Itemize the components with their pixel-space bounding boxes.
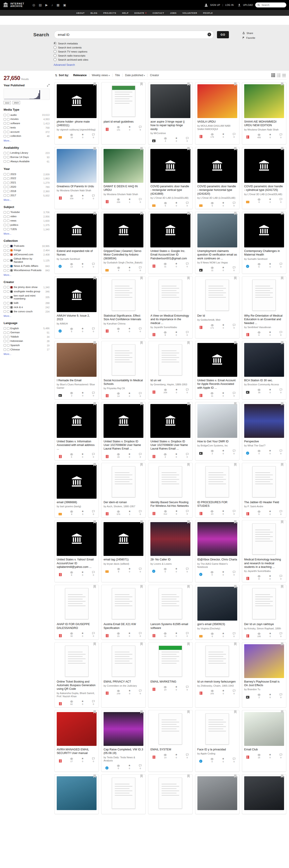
facet-item-southgate-media-group[interactable]: southgate media group346 [4, 289, 49, 293]
facet-item-altcensored-com[interactable]: altCensored.com2,408 [4, 253, 49, 257]
exclude-checkbox[interactable] [7, 135, 9, 137]
login-link[interactable]: LOG IN [225, 4, 233, 6]
exclude-checkbox[interactable] [7, 348, 9, 351]
tile-title[interactable]: AVIRA MANAGED EMAIL SECURITY User manual [57, 748, 97, 755]
result-tile[interactable]: Unemployment claimants question ID verif… [195, 212, 240, 274]
share-button[interactable]: Share [242, 32, 255, 34]
tile-title[interactable]: AHAP ID FOR GIUSEPPE DALESSANDRO [57, 622, 97, 630]
tile-byline[interactable]: by BridgeCom Systems, Inc [197, 444, 237, 447]
tile-title[interactable]: Austria Email DE.X21 KW Specification [104, 622, 143, 630]
tile-title[interactable]: 28- No Caller ID [150, 558, 190, 561]
include-checkbox[interactable] [4, 114, 6, 116]
header-search-box[interactable] [255, 2, 286, 7]
images-icon[interactable]: ▣ [63, 3, 66, 6]
tile-byline[interactable]: by Tesla Daily: Tesla News & Analysis [104, 756, 143, 762]
exclude-checkbox[interactable] [7, 344, 9, 347]
sort-option-relevance[interactable]: Relevance [71, 74, 89, 77]
exclude-checkbox[interactable] [7, 327, 9, 330]
include-checkbox[interactable] [4, 306, 6, 309]
nav-link-donate[interactable]: DONATE♥ [134, 12, 147, 14]
result-tile[interactable]: email tag (2456071)by bryan davis (w8bed… [101, 520, 146, 582]
result-tile[interactable]: Lancom Systems 61595 email software11★00 [148, 585, 192, 640]
tile-byline[interactable]: by Greenberg, Hayim, 1889-1953 [150, 383, 190, 386]
web-icon[interactable]: ◎ [32, 3, 35, 6]
nav-link-blog[interactable]: BLOG [91, 12, 98, 14]
result-tile[interactable]: Greatness Of Parents In Urduby Moulana G… [55, 147, 99, 209]
year-max-input[interactable]: 2023 [12, 101, 20, 104]
tile-title[interactable]: A View on Medical Entomology and its imp… [150, 314, 190, 325]
tile-title[interactable]: ID@Xbox Director, Chris Charla [197, 558, 237, 561]
more-link[interactable]: More... [4, 198, 11, 201]
texts-icon[interactable]: ▤ [39, 3, 42, 6]
facet-item-collection[interactable]: collection48 [4, 134, 49, 138]
result-tile[interactable]: acer aspire 3 hinge repair || how to rep… [148, 82, 192, 145]
tile-byline[interactable]: by Moulana Ghulam Nabi Shah [57, 189, 97, 192]
facet-item-software[interactable]: software1,413 [4, 121, 49, 126]
result-tile[interactable]: AIMUH Volume 9, Issue 2, 2023by AIMUH5★0… [55, 276, 99, 338]
include-checkbox[interactable] [4, 290, 6, 293]
tile-title[interactable]: COVID parametric door handle - rectangul… [197, 185, 237, 195]
facet-item-miscellaneous-podcasts[interactable]: Miscellaneous Podcasts843 [4, 268, 49, 273]
include-checkbox[interactable] [4, 118, 6, 121]
radio-icon[interactable] [53, 54, 57, 57]
include-checkbox[interactable] [4, 344, 6, 347]
result-tile[interactable]: BCA Station ID 30 sec.by Brockton Commun… [242, 341, 286, 400]
facet-item-the-jimmy-dore-show[interactable]: the jimmy dore show1,340 [4, 285, 49, 289]
result-tile[interactable]: Statistical Significance, Effect Size An… [101, 276, 146, 338]
exclude-checkbox[interactable] [7, 211, 9, 214]
include-checkbox[interactable] [4, 259, 6, 261]
more-link[interactable]: More... [4, 274, 11, 276]
tile-title[interactable]: VASILA URDU [197, 120, 237, 123]
more-link[interactable]: More... [4, 353, 11, 355]
exclude-checkbox[interactable] [7, 126, 9, 129]
tile-title[interactable]: email tag (2456071) [104, 558, 143, 561]
facet-item-spanish[interactable]: Spanish19 [4, 343, 49, 347]
radio-icon[interactable] [53, 58, 57, 61]
software-icon[interactable]: ▦ [57, 3, 60, 6]
tile-byline[interactable]: by Moulana Ghulam Nabi Shah [104, 193, 143, 196]
radio-icon[interactable] [53, 50, 57, 53]
include-checkbox[interactable] [4, 253, 6, 256]
result-tile[interactable]: United States v. Information Associated … [55, 402, 99, 460]
result-tile[interactable]: I Remade the Emailby Blue's Clues Remast… [55, 341, 99, 400]
tile-title[interactable]: Online Ticket Booking and Automatic Busp… [57, 680, 97, 691]
tile-byline[interactable]: by bart gravino (bartg) [57, 505, 97, 508]
result-tile[interactable]: Gripper/Claw | Geared | Servo Motor Cont… [101, 212, 146, 274]
include-checkbox[interactable] [4, 122, 6, 125]
tile-title[interactable]: Email Club [244, 748, 284, 751]
facet-item-tjds[interactable]: TJDS1,340 [4, 227, 49, 231]
tile-title[interactable]: Identity Based Secure Routing For Wirele… [150, 500, 190, 508]
result-tile[interactable]: COVID parametric door handle - rectangul… [195, 147, 240, 209]
tile-byline[interactable]: by Committee on the Judiciary [104, 684, 143, 687]
include-checkbox[interactable] [4, 211, 6, 214]
tile-title[interactable]: Barney's Playhouse Email is On Just Effe… [244, 680, 284, 687]
audio-icon[interactable]: ♪ [51, 3, 53, 6]
tile-byline[interactable]: by 8 News NOW Las Vegas [197, 261, 237, 264]
clear-search-icon[interactable]: ✕ [208, 33, 211, 36]
result-tile[interactable]: Der Id un zayn rakhtsyeby Krinsky, Simon… [242, 585, 286, 640]
result-tile[interactable] [101, 774, 146, 814]
exclude-checkbox[interactable] [7, 228, 9, 230]
include-checkbox[interactable] [4, 186, 6, 188]
facet-item-chinese[interactable]: Chinese17 [4, 347, 49, 352]
nav-link-help[interactable]: HELP [122, 12, 129, 14]
exclude-checkbox[interactable] [7, 259, 9, 261]
tile-byline[interactable]: by L'Oreal 3D LAB (LOreal3DLAB) [244, 193, 284, 196]
tile-title[interactable]: COVID parametric door handle - rectangul… [150, 185, 190, 195]
facet-item-fringe[interactable]: Fringe2,464 [4, 248, 49, 253]
tile-byline[interactable]: by Senthilvel Vasudevan [244, 326, 284, 329]
tile-title[interactable]: United States v. Information Associated … [57, 440, 97, 451]
result-tile[interactable]: Perspectiveby What The Gas!?4★00 [242, 402, 286, 460]
exclude-checkbox[interactable] [7, 245, 9, 247]
include-checkbox[interactable] [4, 194, 6, 197]
tile-byline[interactable]: by What The Gas!? [244, 444, 284, 447]
result-tile[interactable]: A View on Medical Entomology and its imp… [148, 276, 192, 338]
search-option-search-tv-news-captions[interactable]: Search TV news captions [53, 50, 289, 53]
include-checkbox[interactable] [4, 215, 6, 218]
include-checkbox[interactable] [4, 173, 6, 176]
include-checkbox[interactable] [4, 156, 6, 158]
facet-item-nick-e[interactable]: nick & e242 [4, 305, 49, 310]
more-link[interactable]: More... [4, 315, 11, 317]
include-checkbox[interactable] [4, 269, 6, 272]
tile-title[interactable]: Statistical Significance, Effect Size An… [104, 314, 143, 321]
